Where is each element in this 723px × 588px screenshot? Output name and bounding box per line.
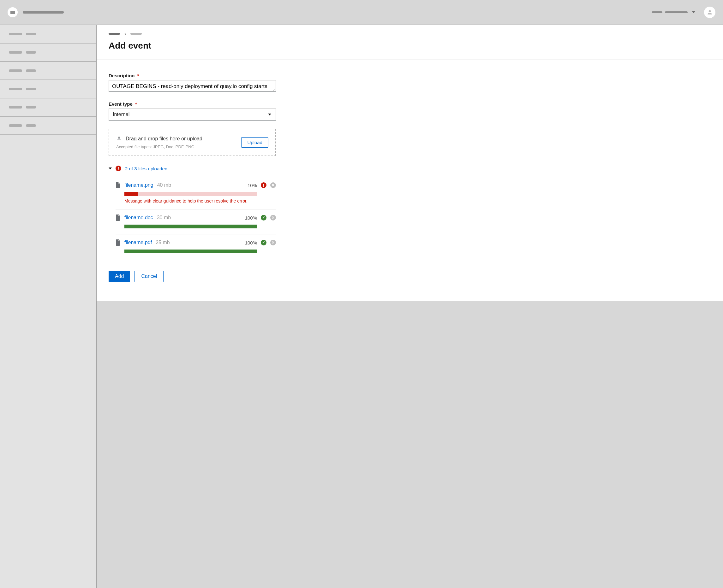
required-indicator: * bbox=[135, 101, 137, 107]
topbar-right bbox=[651, 7, 716, 18]
event-type-label-text: Event type bbox=[108, 101, 133, 107]
file-row: filename.pdf25 mb100%✓✕ bbox=[116, 234, 276, 259]
file-name[interactable]: filename.pdf bbox=[124, 240, 152, 246]
required-indicator: * bbox=[137, 73, 139, 78]
description-label-text: Description bbox=[108, 73, 135, 78]
page-header: › Add event bbox=[97, 25, 723, 60]
topbar-placeholder bbox=[665, 12, 688, 13]
file-size: 40 mb bbox=[157, 182, 171, 188]
topbar-placeholder bbox=[651, 12, 662, 13]
sidebar-item[interactable] bbox=[0, 99, 96, 117]
cancel-button[interactable]: Cancel bbox=[135, 271, 163, 282]
upload-drag-text: Drag and drop files here or upload bbox=[126, 136, 202, 142]
upload-status-toggle[interactable]: ! 2 of 3 files uploaded bbox=[108, 166, 276, 171]
sidebar-item[interactable] bbox=[0, 25, 96, 44]
breadcrumb-item bbox=[130, 33, 142, 35]
chevron-right-icon: › bbox=[124, 31, 126, 36]
file-icon bbox=[116, 182, 121, 188]
success-icon: ✓ bbox=[261, 240, 266, 246]
chevron-down-icon bbox=[108, 168, 112, 169]
file-row: filename.png40 mb10%!✕Message with clear… bbox=[116, 177, 276, 209]
event-type-label: Event type * bbox=[108, 101, 276, 107]
add-button[interactable]: Add bbox=[108, 271, 130, 282]
file-percent: 100% bbox=[245, 215, 257, 220]
breadcrumb-item[interactable] bbox=[108, 33, 120, 35]
remove-file-button[interactable]: ✕ bbox=[270, 215, 276, 220]
event-type-select[interactable]: Internal bbox=[108, 108, 276, 121]
main-content: › Add event Description * Event ty bbox=[97, 25, 723, 588]
page-title: Add event bbox=[108, 41, 711, 51]
sidebar-item[interactable] bbox=[0, 117, 96, 135]
file-row: filename.doc30 mb100%✓✕ bbox=[116, 209, 276, 234]
sidebar-item[interactable] bbox=[0, 62, 96, 80]
avatar[interactable] bbox=[704, 7, 716, 18]
file-percent: 10% bbox=[247, 183, 257, 188]
remove-file-button[interactable]: ✕ bbox=[270, 240, 276, 246]
progress-bar bbox=[124, 225, 257, 228]
upload-button[interactable]: Upload bbox=[241, 137, 268, 148]
error-icon: ! bbox=[116, 166, 121, 171]
chevron-down-icon[interactable] bbox=[692, 12, 695, 13]
app-title-placeholder bbox=[23, 11, 64, 14]
description-input[interactable] bbox=[108, 80, 276, 92]
sidebar bbox=[0, 25, 97, 588]
file-icon bbox=[116, 239, 121, 246]
app-logo bbox=[7, 7, 18, 17]
upload-icon bbox=[116, 135, 122, 142]
sidebar-item[interactable] bbox=[0, 44, 96, 62]
progress-bar bbox=[124, 192, 257, 196]
success-icon: ✓ bbox=[261, 215, 266, 220]
error-icon: ! bbox=[261, 182, 266, 188]
file-size: 25 mb bbox=[156, 240, 169, 246]
description-label: Description * bbox=[108, 73, 276, 78]
file-size: 30 mb bbox=[157, 215, 171, 220]
upload-accept-text: Accepted file types: JPEG, Doc, PDF, PNG bbox=[116, 145, 237, 149]
breadcrumb: › bbox=[108, 31, 711, 36]
file-icon bbox=[116, 214, 121, 221]
progress-bar bbox=[124, 250, 257, 253]
remove-file-button[interactable]: ✕ bbox=[270, 182, 276, 188]
file-name[interactable]: filename.doc bbox=[124, 215, 153, 220]
file-name[interactable]: filename.png bbox=[124, 182, 154, 188]
file-percent: 100% bbox=[245, 240, 257, 246]
file-upload-dropzone[interactable]: Drag and drop files here or upload Accep… bbox=[108, 129, 276, 156]
topbar bbox=[0, 0, 723, 25]
sidebar-item[interactable] bbox=[0, 80, 96, 99]
upload-status-text: 2 of 3 files uploaded bbox=[125, 166, 167, 171]
chevron-down-icon bbox=[268, 113, 271, 115]
event-type-value: Internal bbox=[113, 112, 129, 117]
file-error-message: Message with clear guidance to help the … bbox=[124, 198, 276, 204]
